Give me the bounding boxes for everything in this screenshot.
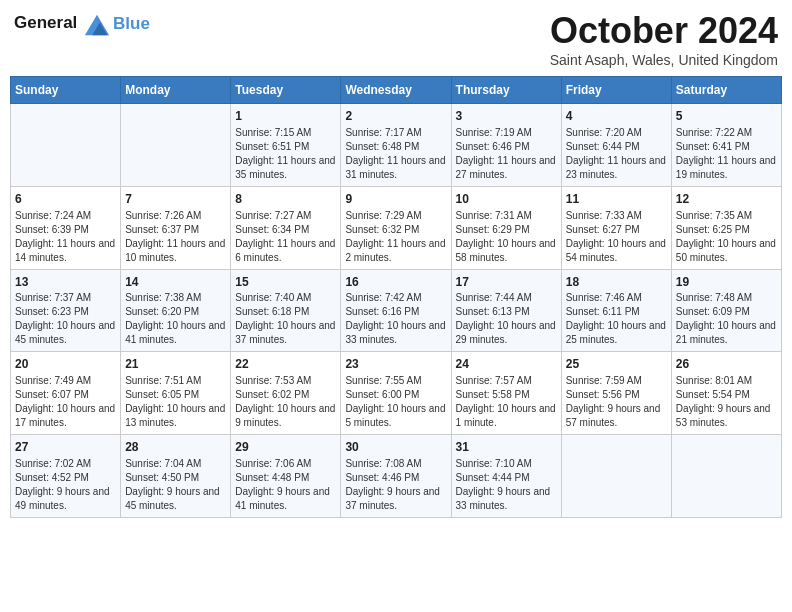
day-info: Sunrise: 7:53 AMSunset: 6:02 PMDaylight:… xyxy=(235,374,336,430)
calendar-body: 1Sunrise: 7:15 AMSunset: 6:51 PMDaylight… xyxy=(11,104,782,518)
day-info: Sunrise: 7:48 AMSunset: 6:09 PMDaylight:… xyxy=(676,291,777,347)
weekday-header: Tuesday xyxy=(231,77,341,104)
day-number: 14 xyxy=(125,274,226,291)
day-info: Sunrise: 7:38 AMSunset: 6:20 PMDaylight:… xyxy=(125,291,226,347)
calendar-cell: 11Sunrise: 7:33 AMSunset: 6:27 PMDayligh… xyxy=(561,186,671,269)
calendar-cell: 25Sunrise: 7:59 AMSunset: 5:56 PMDayligh… xyxy=(561,352,671,435)
day-info: Sunrise: 7:10 AMSunset: 4:44 PMDaylight:… xyxy=(456,457,557,513)
day-number: 15 xyxy=(235,274,336,291)
day-number: 13 xyxy=(15,274,116,291)
day-info: Sunrise: 7:20 AMSunset: 6:44 PMDaylight:… xyxy=(566,126,667,182)
calendar-cell: 28Sunrise: 7:04 AMSunset: 4:50 PMDayligh… xyxy=(121,435,231,518)
logo: General Blue xyxy=(14,10,150,38)
day-number: 2 xyxy=(345,108,446,125)
day-number: 10 xyxy=(456,191,557,208)
calendar-cell: 3Sunrise: 7:19 AMSunset: 6:46 PMDaylight… xyxy=(451,104,561,187)
day-info: Sunrise: 7:46 AMSunset: 6:11 PMDaylight:… xyxy=(566,291,667,347)
day-number: 8 xyxy=(235,191,336,208)
calendar-cell: 10Sunrise: 7:31 AMSunset: 6:29 PMDayligh… xyxy=(451,186,561,269)
day-info: Sunrise: 7:06 AMSunset: 4:48 PMDaylight:… xyxy=(235,457,336,513)
calendar-cell xyxy=(121,104,231,187)
location-subtitle: Saint Asaph, Wales, United Kingdom xyxy=(550,52,778,68)
day-info: Sunrise: 7:22 AMSunset: 6:41 PMDaylight:… xyxy=(676,126,777,182)
calendar-cell: 15Sunrise: 7:40 AMSunset: 6:18 PMDayligh… xyxy=(231,269,341,352)
calendar-week-row: 6Sunrise: 7:24 AMSunset: 6:39 PMDaylight… xyxy=(11,186,782,269)
calendar-table: SundayMondayTuesdayWednesdayThursdayFrid… xyxy=(10,76,782,518)
calendar-cell xyxy=(561,435,671,518)
calendar-cell: 12Sunrise: 7:35 AMSunset: 6:25 PMDayligh… xyxy=(671,186,781,269)
calendar-cell: 9Sunrise: 7:29 AMSunset: 6:32 PMDaylight… xyxy=(341,186,451,269)
day-number: 20 xyxy=(15,356,116,373)
day-number: 23 xyxy=(345,356,446,373)
day-number: 25 xyxy=(566,356,667,373)
weekday-header: Thursday xyxy=(451,77,561,104)
logo-icon xyxy=(83,10,111,38)
page-header: General Blue October 2024 Saint Asaph, W… xyxy=(10,10,782,68)
day-number: 6 xyxy=(15,191,116,208)
day-info: Sunrise: 7:59 AMSunset: 5:56 PMDaylight:… xyxy=(566,374,667,430)
day-info: Sunrise: 7:08 AMSunset: 4:46 PMDaylight:… xyxy=(345,457,446,513)
calendar-cell: 18Sunrise: 7:46 AMSunset: 6:11 PMDayligh… xyxy=(561,269,671,352)
day-number: 22 xyxy=(235,356,336,373)
day-number: 24 xyxy=(456,356,557,373)
calendar-cell: 14Sunrise: 7:38 AMSunset: 6:20 PMDayligh… xyxy=(121,269,231,352)
day-number: 9 xyxy=(345,191,446,208)
day-info: Sunrise: 7:42 AMSunset: 6:16 PMDaylight:… xyxy=(345,291,446,347)
calendar-cell: 16Sunrise: 7:42 AMSunset: 6:16 PMDayligh… xyxy=(341,269,451,352)
calendar-cell: 1Sunrise: 7:15 AMSunset: 6:51 PMDaylight… xyxy=(231,104,341,187)
weekday-header: Friday xyxy=(561,77,671,104)
day-number: 26 xyxy=(676,356,777,373)
calendar-cell: 7Sunrise: 7:26 AMSunset: 6:37 PMDaylight… xyxy=(121,186,231,269)
day-number: 3 xyxy=(456,108,557,125)
calendar-header-row: SundayMondayTuesdayWednesdayThursdayFrid… xyxy=(11,77,782,104)
weekday-header: Monday xyxy=(121,77,231,104)
calendar-cell: 17Sunrise: 7:44 AMSunset: 6:13 PMDayligh… xyxy=(451,269,561,352)
calendar-cell: 31Sunrise: 7:10 AMSunset: 4:44 PMDayligh… xyxy=(451,435,561,518)
title-block: October 2024 Saint Asaph, Wales, United … xyxy=(550,10,778,68)
day-info: Sunrise: 7:26 AMSunset: 6:37 PMDaylight:… xyxy=(125,209,226,265)
calendar-week-row: 13Sunrise: 7:37 AMSunset: 6:23 PMDayligh… xyxy=(11,269,782,352)
day-number: 30 xyxy=(345,439,446,456)
calendar-cell: 6Sunrise: 7:24 AMSunset: 6:39 PMDaylight… xyxy=(11,186,121,269)
calendar-cell: 20Sunrise: 7:49 AMSunset: 6:07 PMDayligh… xyxy=(11,352,121,435)
day-number: 31 xyxy=(456,439,557,456)
calendar-cell: 23Sunrise: 7:55 AMSunset: 6:00 PMDayligh… xyxy=(341,352,451,435)
calendar-cell: 5Sunrise: 7:22 AMSunset: 6:41 PMDaylight… xyxy=(671,104,781,187)
day-info: Sunrise: 7:15 AMSunset: 6:51 PMDaylight:… xyxy=(235,126,336,182)
calendar-cell: 21Sunrise: 7:51 AMSunset: 6:05 PMDayligh… xyxy=(121,352,231,435)
day-info: Sunrise: 7:55 AMSunset: 6:00 PMDaylight:… xyxy=(345,374,446,430)
day-number: 28 xyxy=(125,439,226,456)
day-number: 19 xyxy=(676,274,777,291)
calendar-cell: 29Sunrise: 7:06 AMSunset: 4:48 PMDayligh… xyxy=(231,435,341,518)
day-number: 12 xyxy=(676,191,777,208)
weekday-header: Sunday xyxy=(11,77,121,104)
day-number: 29 xyxy=(235,439,336,456)
day-info: Sunrise: 7:17 AMSunset: 6:48 PMDaylight:… xyxy=(345,126,446,182)
calendar-week-row: 20Sunrise: 7:49 AMSunset: 6:07 PMDayligh… xyxy=(11,352,782,435)
calendar-cell: 13Sunrise: 7:37 AMSunset: 6:23 PMDayligh… xyxy=(11,269,121,352)
calendar-cell: 24Sunrise: 7:57 AMSunset: 5:58 PMDayligh… xyxy=(451,352,561,435)
logo-line1: General xyxy=(14,13,77,32)
day-info: Sunrise: 7:37 AMSunset: 6:23 PMDaylight:… xyxy=(15,291,116,347)
calendar-cell: 26Sunrise: 8:01 AMSunset: 5:54 PMDayligh… xyxy=(671,352,781,435)
calendar-cell xyxy=(11,104,121,187)
weekday-header: Saturday xyxy=(671,77,781,104)
calendar-cell xyxy=(671,435,781,518)
calendar-week-row: 1Sunrise: 7:15 AMSunset: 6:51 PMDaylight… xyxy=(11,104,782,187)
calendar-cell: 2Sunrise: 7:17 AMSunset: 6:48 PMDaylight… xyxy=(341,104,451,187)
day-info: Sunrise: 7:02 AMSunset: 4:52 PMDaylight:… xyxy=(15,457,116,513)
day-info: Sunrise: 7:51 AMSunset: 6:05 PMDaylight:… xyxy=(125,374,226,430)
day-number: 16 xyxy=(345,274,446,291)
calendar-cell: 19Sunrise: 7:48 AMSunset: 6:09 PMDayligh… xyxy=(671,269,781,352)
day-number: 21 xyxy=(125,356,226,373)
day-info: Sunrise: 7:31 AMSunset: 6:29 PMDaylight:… xyxy=(456,209,557,265)
day-number: 1 xyxy=(235,108,336,125)
day-number: 17 xyxy=(456,274,557,291)
day-info: Sunrise: 8:01 AMSunset: 5:54 PMDaylight:… xyxy=(676,374,777,430)
day-info: Sunrise: 7:33 AMSunset: 6:27 PMDaylight:… xyxy=(566,209,667,265)
day-info: Sunrise: 7:57 AMSunset: 5:58 PMDaylight:… xyxy=(456,374,557,430)
day-info: Sunrise: 7:35 AMSunset: 6:25 PMDaylight:… xyxy=(676,209,777,265)
day-number: 7 xyxy=(125,191,226,208)
month-title: October 2024 xyxy=(550,10,778,52)
calendar-cell: 4Sunrise: 7:20 AMSunset: 6:44 PMDaylight… xyxy=(561,104,671,187)
